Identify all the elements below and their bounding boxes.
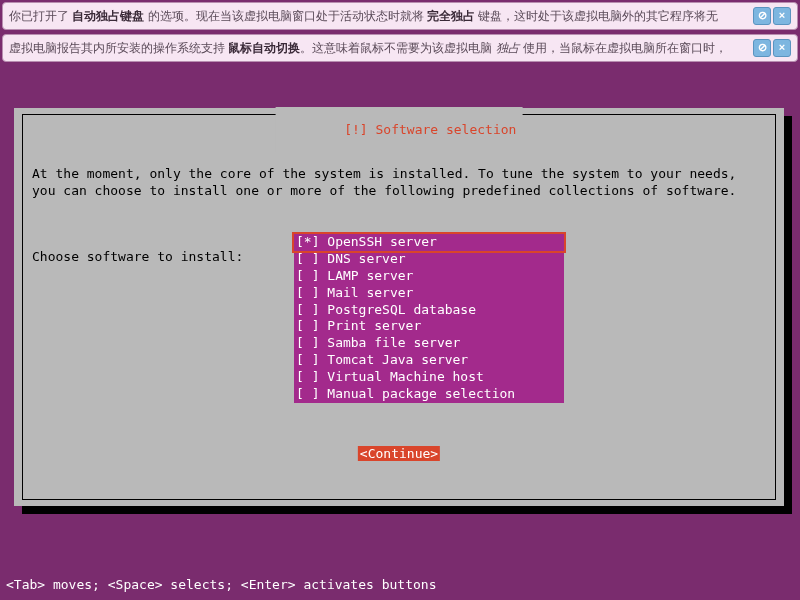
text: 的选项。现在当该虚拟电脑窗口处于活动状态时就将	[144, 9, 427, 23]
text-bold: 鼠标自动切换	[228, 41, 300, 55]
list-item[interactable]: [ ] Mail server	[294, 285, 564, 302]
list-item[interactable]: [ ] PostgreSQL database	[294, 302, 564, 319]
list-item[interactable]: [*] OpenSSH server	[294, 234, 564, 251]
item-label: LAMP server	[327, 268, 413, 283]
list-item[interactable]: [ ] Tomcat Java server	[294, 352, 564, 369]
text: 虚拟电脑报告其内所安装的操作系统支持	[9, 41, 228, 55]
item-label: Manual package selection	[327, 386, 515, 401]
software-list[interactable]: [*] OpenSSH server [ ] DNS server [ ] LA…	[294, 234, 564, 403]
notification-actions: ⊘ ×	[753, 7, 791, 25]
item-label: Samba file server	[327, 335, 460, 350]
notification-message: 你已打开了 自动独占键盘 的选项。现在当该虚拟电脑窗口处于活动状态时就将 完全独…	[9, 8, 745, 25]
item-label: Tomcat Java server	[327, 352, 468, 367]
footer-hint: <Tab> moves; <Space> selects; <Enter> ac…	[6, 577, 436, 592]
list-item[interactable]: [ ] Virtual Machine host	[294, 369, 564, 386]
list-item[interactable]: [ ] Print server	[294, 318, 564, 335]
text: 。这意味着鼠标不需要为该虚拟电脑	[300, 41, 495, 55]
suppress-icon[interactable]: ⊘	[753, 7, 771, 25]
item-label: Virtual Machine host	[327, 369, 484, 384]
text: 键盘，这时处于该虚拟电脑外的其它程序将无	[475, 9, 718, 23]
checkbox[interactable]: [ ]	[296, 268, 319, 283]
text-italic: 独占	[496, 41, 520, 55]
item-label: OpenSSH server	[327, 234, 437, 249]
notification-message: 虚拟电脑报告其内所安装的操作系统支持 鼠标自动切换。这意味着鼠标不需要为该虚拟电…	[9, 40, 745, 57]
text: 你已打开了	[9, 9, 72, 23]
text-bold: 完全独占	[427, 9, 475, 23]
item-label: DNS server	[327, 251, 405, 266]
list-item[interactable]: [ ] DNS server	[294, 251, 564, 268]
list-item[interactable]: [ ] Manual package selection	[294, 386, 564, 403]
list-item[interactable]: [ ] LAMP server	[294, 268, 564, 285]
checkbox[interactable]: [ ]	[296, 386, 319, 401]
panel-description: At the moment, only the core of the syst…	[32, 166, 766, 200]
notification-bar-1: 你已打开了 自动独占键盘 的选项。现在当该虚拟电脑窗口处于活动状态时就将 完全独…	[2, 2, 798, 30]
panel: [!] Software selection At the moment, on…	[14, 108, 784, 506]
item-label: PostgreSQL database	[327, 302, 476, 317]
checkbox[interactable]: [ ]	[296, 251, 319, 266]
installer-panel: [!] Software selection At the moment, on…	[14, 108, 784, 506]
item-label: Print server	[327, 318, 421, 333]
checkbox[interactable]: [ ]	[296, 302, 319, 317]
item-label: Mail server	[327, 285, 413, 300]
checkbox[interactable]: [ ]	[296, 352, 319, 367]
list-item[interactable]: [ ] Samba file server	[294, 335, 564, 352]
close-icon[interactable]: ×	[773, 39, 791, 57]
checkbox[interactable]: [ ]	[296, 285, 319, 300]
notification-bar-2: 虚拟电脑报告其内所安装的操作系统支持 鼠标自动切换。这意味着鼠标不需要为该虚拟电…	[2, 34, 798, 62]
suppress-icon[interactable]: ⊘	[753, 39, 771, 57]
text: 使用，当鼠标在虚拟电脑所在窗口时，	[520, 41, 727, 55]
checkbox[interactable]: [ ]	[296, 318, 319, 333]
continue-button[interactable]: <Continue>	[358, 446, 440, 461]
checkbox[interactable]: [*]	[296, 234, 319, 249]
checkbox[interactable]: [ ]	[296, 369, 319, 384]
close-icon[interactable]: ×	[773, 7, 791, 25]
text-bold: 自动独占键盘	[72, 9, 144, 23]
checkbox[interactable]: [ ]	[296, 335, 319, 350]
notification-actions: ⊘ ×	[753, 39, 791, 57]
